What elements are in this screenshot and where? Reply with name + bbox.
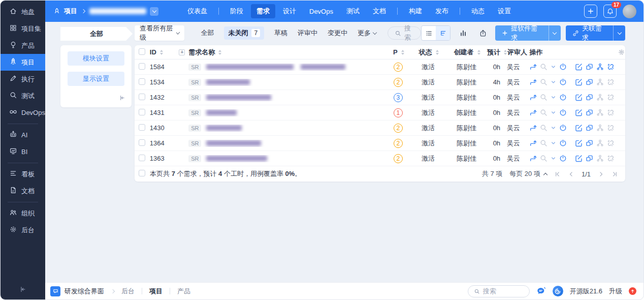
sort-icon[interactable] [218, 50, 221, 55]
sidebar-item-ai[interactable]: AI [1, 127, 45, 143]
close-icon[interactable] [559, 139, 567, 147]
row-checkbox[interactable] [139, 78, 145, 85]
display-settings-button[interactable]: 显示设置 [68, 72, 124, 86]
column-settings-gear-icon[interactable] [615, 48, 625, 56]
requirement-title-redacted[interactable] [206, 64, 352, 70]
topnav-devops[interactable]: DevOps [304, 5, 339, 18]
tab-all[interactable]: 全部 [201, 28, 214, 38]
row-checkbox[interactable] [139, 63, 145, 70]
sidebar-item-admin[interactable]: 后台 [1, 222, 45, 238]
review-icon[interactable] [539, 93, 548, 102]
sidebar-item-devops[interactable]: DevOps [1, 104, 45, 121]
global-search-input[interactable]: 搜索 [468, 285, 530, 297]
change-icon[interactable] [529, 139, 537, 147]
assign-child-icon[interactable] [596, 139, 604, 147]
row-checkbox[interactable] [139, 94, 145, 100]
scope-tab-all[interactable]: 全部 [60, 27, 133, 41]
more-actions-chevron-icon[interactable] [550, 79, 557, 85]
close-icon[interactable] [559, 93, 567, 102]
bottomnav-product[interactable]: 产品 [177, 287, 190, 296]
per-page-selector[interactable]: 每页 20 项 [509, 169, 547, 178]
requirement-title-redacted[interactable] [206, 156, 274, 161]
review-icon[interactable] [539, 63, 548, 71]
expand-all-icon[interactable]: + [179, 49, 185, 55]
row-checkbox[interactable] [139, 155, 145, 161]
column-header-reviewer[interactable]: 评审人 [507, 48, 530, 57]
topnav-stage[interactable]: 阶段 [224, 4, 249, 18]
change-icon[interactable] [529, 108, 537, 117]
submit-requirement-button[interactable]: 提软件需求 [495, 25, 561, 41]
sidebar-item-kanban[interactable]: 看板 [1, 166, 45, 183]
requirement-id[interactable]: 1584 [150, 63, 179, 71]
topnav-release[interactable]: 发布 [430, 4, 454, 18]
review-icon[interactable] [539, 108, 548, 117]
next-page-button[interactable] [598, 171, 604, 177]
more-actions-chevron-icon[interactable] [550, 155, 557, 162]
requirement-id[interactable]: 1363 [150, 155, 179, 162]
column-header-priority[interactable]: P [387, 48, 411, 56]
workspace-label[interactable]: 研发综合界面 [65, 287, 104, 296]
topnav-settings[interactable]: 设置 [492, 4, 517, 18]
requirement-title-redacted[interactable] [206, 125, 249, 131]
sort-icon[interactable] [401, 50, 404, 55]
assign-child-icon[interactable] [596, 154, 604, 163]
topnav-test[interactable]: 测试 [341, 4, 365, 18]
column-header-id[interactable]: ID [150, 48, 179, 56]
requirement-id[interactable]: 1534 [150, 78, 179, 86]
link-dropdown-chevron[interactable] [613, 25, 625, 41]
version-label[interactable]: 开源版21.6 [570, 287, 602, 296]
assign-child-icon[interactable] [596, 78, 604, 86]
sidebar-item-home[interactable]: 地盘 [1, 4, 45, 20]
sort-icon[interactable] [477, 50, 480, 55]
tab-unclosed[interactable]: 未关闭 7 [224, 26, 264, 40]
sidebar-item-execution[interactable]: 执行 [1, 71, 45, 87]
more-actions-chevron-icon[interactable] [550, 125, 557, 131]
sidebar-item-org[interactable]: 组织 [1, 205, 45, 222]
unlink-icon[interactable] [606, 154, 615, 163]
unlink-icon[interactable] [606, 63, 615, 71]
bottomnav-project[interactable]: 项目 [149, 287, 163, 296]
change-icon[interactable] [529, 93, 537, 102]
tab-reviewing[interactable]: 评审中 [298, 28, 317, 38]
topnav-build[interactable]: 构建 [403, 4, 428, 18]
requirement-id[interactable]: 1432 [150, 94, 179, 101]
sidebar-item-program[interactable]: 项目集 [1, 20, 45, 37]
sidebar-item-product[interactable]: 产品 [1, 37, 45, 54]
sidebar-item-doc[interactable]: 文档 [1, 183, 45, 199]
review-icon[interactable] [539, 78, 548, 86]
bottomnav-admin[interactable]: 后台 [121, 287, 135, 296]
tab-more[interactable]: 更多 [358, 28, 376, 38]
column-header-name[interactable]: + 需求名称 [179, 48, 387, 57]
link-requirement-button[interactable]: 关联需求 [566, 25, 625, 41]
sidebar-collapse-icon[interactable] [19, 286, 26, 294]
list-view-icon[interactable] [422, 26, 436, 40]
module-settings-button[interactable]: 模块设置 [68, 51, 124, 66]
requirement-id[interactable]: 1430 [150, 124, 179, 132]
topnav-design[interactable]: 设计 [277, 4, 302, 18]
review-icon[interactable] [539, 154, 548, 163]
zentao-logo[interactable] [553, 286, 563, 296]
review-icon[interactable] [539, 124, 548, 132]
close-icon[interactable] [559, 124, 567, 132]
assign-child-icon[interactable] [596, 93, 604, 102]
unlink-icon[interactable] [606, 124, 615, 132]
export-icon[interactable] [476, 26, 489, 40]
assign-child-icon[interactable] [596, 124, 604, 132]
module-label[interactable]: 项目 [64, 7, 77, 16]
notification-bell-icon[interactable]: 17 [603, 5, 617, 18]
project-switch-chevron-icon[interactable] [150, 7, 158, 16]
chart-icon[interactable] [457, 26, 469, 40]
sidebar-item-bi[interactable]: BI [1, 143, 45, 160]
sort-icon[interactable] [436, 50, 439, 55]
unlink-icon[interactable] [606, 108, 615, 117]
tab-changing[interactable]: 变更中 [328, 28, 347, 38]
requirement-id[interactable]: 1431 [150, 109, 179, 116]
subdivide-icon[interactable] [585, 63, 594, 71]
edit-icon[interactable] [574, 93, 583, 102]
last-page-button[interactable] [611, 171, 618, 177]
topnav-requirement[interactable]: 需求 [251, 4, 275, 18]
topnav-doc[interactable]: 文档 [367, 4, 392, 18]
subdivide-icon[interactable] [585, 154, 594, 163]
edit-icon[interactable] [574, 139, 583, 147]
hierarchy-dropdown[interactable]: 查看所有层级 [135, 25, 184, 41]
